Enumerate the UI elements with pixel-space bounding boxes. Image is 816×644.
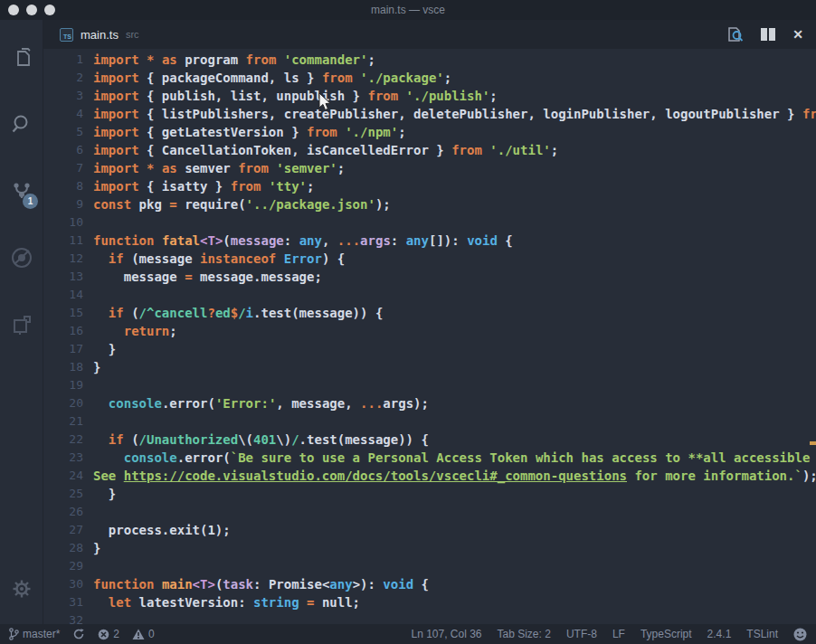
encoding[interactable]: UTF-8 [566, 628, 597, 640]
file-search-icon [726, 26, 744, 43]
line-number: 1 [43, 51, 83, 69]
code-row[interactable]: 24See https://code.visualstudio.com/docs… [43, 467, 816, 485]
sidebar-item-explorer[interactable] [0, 34, 43, 80]
sync-button[interactable] [72, 628, 85, 640]
zoom-window-icon[interactable] [44, 5, 55, 15]
line-number: 8 [43, 177, 83, 195]
line-number: 29 [43, 557, 83, 575]
code-row[interactable]: 19 [43, 376, 816, 394]
code-text: import * as semver from 'semver'; [83, 159, 345, 177]
code-row[interactable]: 16 return; [43, 322, 816, 340]
close-editor-button[interactable]: ✕ [792, 28, 803, 41]
code-text [83, 412, 93, 431]
code-row[interactable]: 10 [43, 213, 816, 232]
code-row[interactable]: 29 [43, 557, 816, 575]
sidebar-item-source-control[interactable]: 1 [0, 168, 43, 213]
code-text: return; [83, 322, 177, 340]
tab-folder: src [126, 29, 139, 40]
code-row[interactable]: 13 message = message.message; [43, 268, 816, 286]
editor[interactable]: 1import * as program from 'commander';2i… [43, 49, 816, 624]
typescript-file-icon: TS [60, 28, 73, 42]
error-count[interactable]: 2 [98, 628, 119, 640]
code-row[interactable]: 21 [43, 412, 816, 431]
code-row[interactable]: 3import { publish, list, unpublish } fro… [43, 87, 816, 105]
language-mode[interactable]: TypeScript [640, 628, 692, 640]
title-bar: main.ts — vsce [0, 0, 816, 20]
code-row[interactable]: 2import { packageCommand, ls } from './p… [43, 69, 816, 87]
eol-indicator[interactable]: LF [612, 628, 625, 640]
cursor-position[interactable]: Ln 107, Col 36 [411, 628, 481, 640]
close-window-icon[interactable] [8, 5, 19, 15]
typescript-version[interactable]: 2.4.1 [707, 628, 732, 640]
window-title: main.ts — vsce [371, 4, 445, 16]
branch-icon [9, 628, 19, 640]
extensions-icon [10, 313, 33, 336]
line-number: 24 [43, 467, 83, 485]
code-row[interactable]: 15 if (/^cancell?ed$/i.test(message)) { [43, 304, 816, 322]
code-row[interactable]: 1import * as program from 'commander'; [43, 51, 816, 69]
line-number: 22 [43, 431, 83, 449]
code-row[interactable]: 4import { listPublishers, createPublishe… [43, 105, 816, 123]
code-row[interactable]: 7import * as semver from 'semver'; [43, 159, 816, 177]
code-text: import { publish, list, unpublish } from… [83, 87, 498, 105]
code-text: console.error(`Be sure to use a Personal… [83, 449, 816, 467]
feedback-smiley[interactable] [793, 628, 807, 641]
code-row[interactable]: 8import { isatty } from 'tty'; [43, 177, 816, 195]
code-text [83, 213, 93, 232]
tab-size[interactable]: Tab Size: 2 [498, 628, 551, 640]
sidebar-item-search[interactable] [0, 101, 43, 147]
code-text [83, 611, 93, 624]
warning-count-value: 0 [148, 628, 155, 640]
line-number: 14 [43, 286, 83, 304]
code-lines: 1import * as program from 'commander';2i… [43, 51, 816, 624]
code-row[interactable]: 17 } [43, 340, 816, 358]
code-row[interactable]: 22 if (/Unauthorized\(401\)/.test(messag… [43, 431, 816, 449]
tab-main-ts[interactable]: TS main.ts src [43, 20, 152, 49]
code-text: function main<T>(task: Promise<any>): vo… [83, 575, 429, 593]
code-text: See https://code.visualstudio.com/docs/t… [83, 467, 816, 485]
code-text: } [83, 358, 100, 376]
line-number: 28 [43, 539, 83, 557]
code-row[interactable]: 5import { getLatestVersion } from './npm… [43, 123, 816, 141]
code-row[interactable]: 26 [43, 503, 816, 521]
tslint-status[interactable]: TSLint [746, 628, 778, 640]
line-number: 21 [43, 412, 83, 431]
line-number: 13 [43, 268, 83, 286]
smiley-icon [793, 628, 807, 641]
code-row[interactable]: 18} [43, 358, 816, 376]
line-number: 12 [43, 250, 83, 268]
code-text: console.error('Error:', message, ...args… [83, 394, 429, 412]
code-row[interactable]: 23 console.error(`Be sure to use a Perso… [43, 449, 816, 467]
traffic-lights[interactable] [8, 5, 55, 15]
files-icon [10, 45, 33, 69]
line-number: 3 [43, 87, 83, 105]
line-number: 16 [43, 322, 83, 340]
code-row[interactable]: 14 [43, 286, 816, 304]
code-row[interactable]: 11function fatal<T>(message: any, ...arg… [43, 232, 816, 250]
code-text [83, 557, 93, 575]
code-row[interactable]: 31 let latestVersion: string = null; [43, 593, 816, 611]
code-row[interactable]: 27 process.exit(1); [43, 521, 816, 539]
code-row[interactable]: 6import { CancellationToken, isCancelled… [43, 141, 816, 159]
settings-gear[interactable] [0, 566, 43, 611]
code-row[interactable]: 28} [43, 539, 816, 557]
code-text: message = message.message; [83, 268, 322, 286]
warning-count[interactable]: 0 [132, 628, 155, 640]
open-preview-button[interactable] [726, 26, 744, 43]
minimize-window-icon[interactable] [26, 5, 37, 15]
code-row[interactable]: 32 [43, 611, 816, 624]
code-text: } [83, 539, 100, 557]
sidebar-item-extensions[interactable] [0, 302, 43, 347]
code-row[interactable]: 12 if (message instanceof Error) { [43, 250, 816, 268]
code-row[interactable]: 20 console.error('Error:', message, ...a… [43, 394, 816, 412]
code-row[interactable]: 9const pkg = require('../package.json'); [43, 195, 816, 213]
split-editor-button[interactable] [760, 27, 776, 42]
git-branch-status[interactable]: master* [9, 628, 60, 640]
sidebar-item-debug[interactable] [0, 235, 43, 280]
code-text: if (/Unauthorized\(401\)/.test(message))… [83, 431, 429, 449]
code-row[interactable]: 25 } [43, 485, 816, 503]
error-count-value: 2 [113, 628, 119, 640]
code-text: import { getLatestVersion } from './npm'… [83, 123, 406, 141]
code-row[interactable]: 30function main<T>(task: Promise<any>): … [43, 575, 816, 593]
line-number: 32 [43, 611, 83, 624]
